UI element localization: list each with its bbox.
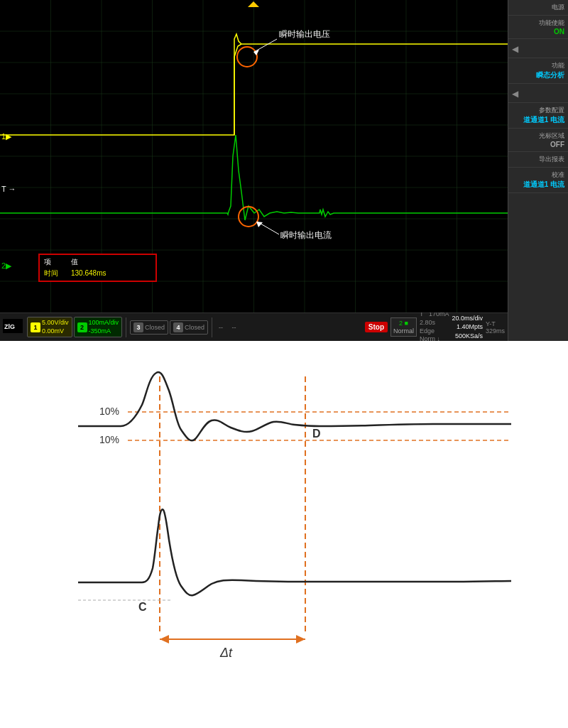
ch2-number: 2 bbox=[77, 322, 87, 332]
ch2-button[interactable]: 2 100mA/div -350mA bbox=[74, 317, 123, 337]
ch3-number: 3 bbox=[133, 322, 143, 332]
zlg-logo: ZlG bbox=[3, 319, 23, 336]
cursor-label: 光标区域 bbox=[512, 131, 564, 141]
panel-export[interactable]: 导出报表 bbox=[508, 152, 568, 168]
panel-arrow-1: ◀ bbox=[508, 39, 568, 58]
scope-main: 1▶ 瞬时输出电压 T → 瞬时输出电流 bbox=[0, 0, 508, 341]
panel-arrow-2: ◀ bbox=[508, 84, 568, 103]
svg-text:瞬时输出电压: 瞬时输出电压 bbox=[279, 29, 330, 39]
func-enable-label: 功能使能 bbox=[512, 18, 564, 28]
label-delta-t: Δt bbox=[219, 646, 233, 660]
ch2-adiv: 100mA/div bbox=[89, 319, 119, 327]
ch4-label: Closed bbox=[185, 324, 204, 331]
channel-indicator: 2 ■ bbox=[393, 320, 414, 327]
func-value: 瞬态分析 bbox=[512, 70, 564, 80]
trigger-mode-badge: 2 ■ Normal bbox=[390, 317, 417, 337]
ch4-button[interactable]: 4 Closed bbox=[170, 320, 208, 335]
scope-svg: 1▶ 瞬时输出电压 T → 瞬时输出电流 bbox=[0, 0, 508, 313]
calibrate-value: 道通道1 电流 bbox=[512, 180, 564, 190]
label-C: C bbox=[138, 601, 147, 613]
param-label: 参数配置 bbox=[512, 106, 564, 115]
status-area: Stop 2 ■ Normal T 170mA 2.80s Edge Norm … bbox=[365, 310, 505, 344]
diagram-svg: 10% 10% D C Δt bbox=[28, 355, 540, 710]
label-10pct-bot: 10% bbox=[99, 434, 119, 445]
power-label: 电源 bbox=[512, 3, 564, 12]
panel-cursor[interactable]: 光标区域 OFF bbox=[508, 129, 568, 152]
ch3-button[interactable]: 3 Closed bbox=[130, 320, 168, 335]
svg-text:项: 项 bbox=[44, 258, 51, 266]
svg-text:130.648ms: 130.648ms bbox=[71, 269, 106, 277]
label-D: D bbox=[312, 428, 321, 440]
func-label: 功能 bbox=[512, 61, 564, 70]
svg-text:值: 值 bbox=[71, 258, 78, 266]
yt-label: Y-T329ms bbox=[486, 320, 505, 335]
divider-2 bbox=[212, 317, 212, 337]
panel-calibrate[interactable]: 校准 道通道1 电流 bbox=[508, 168, 568, 193]
trigger-holdoff: 2.80s bbox=[420, 319, 449, 327]
oscilloscope-panel: 1▶ 瞬时输出电压 T → 瞬时输出电流 bbox=[0, 0, 568, 341]
sample-rate: 500KSa/s bbox=[452, 332, 483, 341]
export-label: 导出报表 bbox=[512, 155, 564, 164]
svg-text:瞬时输出电流: 瞬时输出电流 bbox=[280, 230, 332, 240]
cursor-value: OFF bbox=[512, 141, 564, 148]
diagram-section: 10% 10% D C Δt bbox=[0, 341, 568, 728]
separator-dashes: -- -- bbox=[219, 324, 236, 331]
right-panel: 电源 功能使能 ON ◀ 功能 瞬态分析 ◀ 参数配置 道通道1 电流 光标区域… bbox=[508, 0, 568, 341]
svg-text:2▶: 2▶ bbox=[1, 261, 12, 270]
panel-power[interactable]: 电源 bbox=[508, 0, 568, 16]
memory-depth: 1.40Mpts bbox=[452, 322, 483, 332]
time-info: 20.0ms/div 1.40Mpts 500KSa/s bbox=[452, 314, 483, 341]
label-10pct-top: 10% bbox=[99, 406, 119, 417]
ch3-label: Closed bbox=[145, 324, 165, 331]
trigger-type: Edge bbox=[420, 327, 449, 336]
svg-text:1▶: 1▶ bbox=[1, 132, 12, 141]
ch1-button[interactable]: 1 5.00V/div 0.00mV bbox=[27, 317, 72, 337]
scope-screen[interactable]: 1▶ 瞬时输出电压 T → 瞬时输出电流 bbox=[0, 0, 508, 313]
func-enable-value: ON bbox=[512, 28, 564, 36]
ch4-number: 4 bbox=[173, 322, 183, 332]
divider-1 bbox=[126, 317, 126, 337]
holdoff-value: 2.80s bbox=[420, 319, 435, 326]
ch2-info: 100mA/div -350mA bbox=[89, 319, 119, 335]
timebase-value: 20.0ms/div bbox=[452, 314, 483, 323]
svg-rect-31 bbox=[39, 254, 156, 281]
ch1-vdiv: 5.00V/div bbox=[42, 319, 69, 327]
ch2-offset: -350mA bbox=[89, 327, 119, 336]
panel-func-enable[interactable]: 功能使能 ON bbox=[508, 16, 568, 39]
ch1-info: 5.00V/div 0.00mV bbox=[42, 319, 69, 335]
panel-param[interactable]: 参数配置 道通道1 电流 bbox=[508, 103, 568, 129]
calibrate-label: 校准 bbox=[512, 170, 564, 180]
ch1-offset: 0.00mV bbox=[42, 327, 69, 336]
stop-button[interactable]: Stop bbox=[365, 322, 388, 332]
panel-func[interactable]: 功能 瞬态分析 bbox=[508, 58, 568, 84]
param-value: 道通道1 电流 bbox=[512, 115, 564, 125]
trigger-info: T 170mA 2.80s Edge Norm ↓ bbox=[420, 310, 449, 344]
ch1-number: 1 bbox=[31, 322, 40, 332]
scope-bottom-bar: ZlG 1 5.00V/div 0.00mV 2 100mA/div -350m… bbox=[0, 313, 508, 341]
svg-text:时间: 时间 bbox=[44, 269, 58, 277]
svg-text:ZlG: ZlG bbox=[4, 323, 15, 330]
trigger-mode-label: Normal bbox=[393, 327, 414, 335]
svg-text:T →: T → bbox=[1, 185, 16, 193]
